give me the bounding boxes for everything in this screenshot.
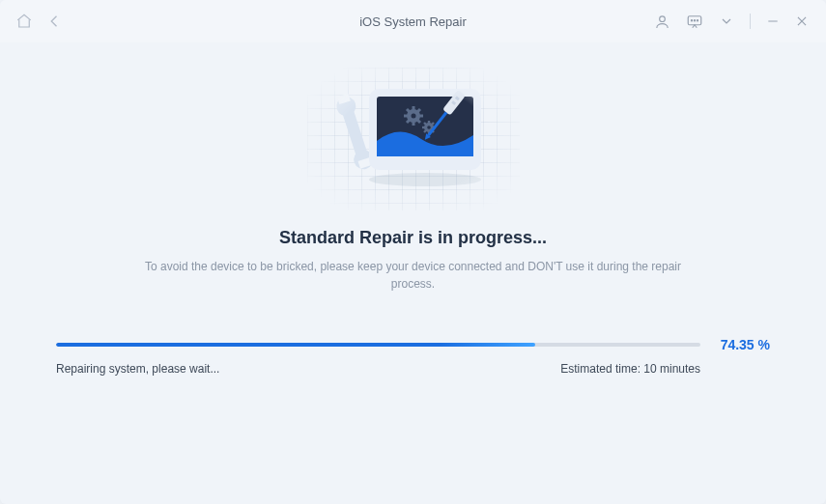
progress-section: 74.35 % Repairing system, please wait...…: [56, 337, 770, 376]
close-icon[interactable]: [795, 14, 809, 28]
titlebar-left: [15, 13, 64, 30]
svg-point-3: [694, 20, 695, 21]
chat-icon[interactable]: [686, 13, 703, 30]
svg-point-29: [369, 173, 481, 186]
svg-point-17: [411, 114, 415, 119]
progress-heading: Standard Repair is in progress...: [56, 228, 770, 248]
progress-percent: 74.35 %: [714, 337, 770, 352]
svg-point-2: [691, 20, 692, 21]
progress-fill: [56, 343, 535, 347]
main-content: Standard Repair is in progress... To avo…: [0, 42, 826, 376]
titlebar: iOS System Repair: [0, 0, 826, 42]
repair-illustration: [317, 64, 510, 209]
home-icon[interactable]: [15, 13, 33, 30]
back-arrow-icon[interactable]: [46, 13, 64, 30]
progress-status-text: Repairing system, please wait...: [56, 362, 219, 376]
illustration: [56, 66, 770, 210]
svg-point-4: [697, 20, 698, 21]
minimize-icon[interactable]: [766, 14, 780, 28]
titlebar-right: [654, 13, 809, 30]
progress-subtext: To avoid the device to be bricked, pleas…: [143, 258, 684, 293]
svg-point-0: [660, 15, 666, 21]
chevron-down-icon[interactable]: [719, 14, 734, 29]
user-icon[interactable]: [654, 14, 670, 30]
svg-point-23: [427, 126, 431, 129]
separator: [750, 14, 751, 29]
progress-bar: [56, 343, 700, 347]
progress-eta-text: Estimated time: 10 minutes: [560, 362, 700, 376]
